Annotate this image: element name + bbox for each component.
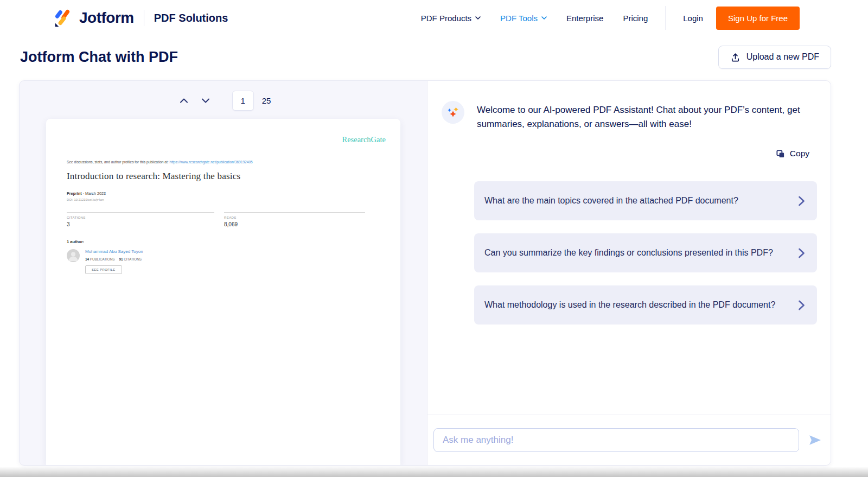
nav-pdf-products[interactable]: PDF Products <box>421 14 481 23</box>
page-title: Jotform Chat with PDF <box>20 49 178 66</box>
author-publications-value: 14 <box>85 257 89 261</box>
sparkles-icon <box>446 106 459 119</box>
nav-pdf-tools[interactable]: PDF Tools <box>500 14 547 23</box>
brand-divider <box>144 10 144 26</box>
ai-assistant-avatar <box>442 101 464 124</box>
chevron-up-icon <box>180 98 188 103</box>
pdf-meta-line: Preprint · March 2023 <box>67 191 383 196</box>
nav-pricing-label: Pricing <box>623 14 648 23</box>
brand[interactable]: Jotform PDF Solutions <box>52 8 228 28</box>
suggested-question-1-text: What are the main topics covered in the … <box>484 196 798 206</box>
copy-icon <box>776 149 785 158</box>
chevron-right-icon <box>798 196 805 206</box>
suggested-question-3-text: What methodology is used in the research… <box>484 300 798 310</box>
chat-messages-area: Welcome to our AI-powered PDF Assistant!… <box>427 81 831 415</box>
pdf-page-preview[interactable]: ResearchGate See discussions, stats, and… <box>46 119 400 465</box>
jotform-logo-icon <box>52 8 73 28</box>
chevron-down-icon <box>201 98 210 103</box>
author-name-link[interactable]: Mohammad Abu Sayed Toyon <box>85 249 143 254</box>
reads-label: READS <box>224 216 365 219</box>
assistant-welcome-message: Welcome to our AI-powered PDF Assistant!… <box>442 101 817 131</box>
researchgate-logo: ResearchGate <box>342 135 386 144</box>
signup-button[interactable]: Sign Up for Free <box>716 7 800 30</box>
chevron-down-icon <box>541 16 547 20</box>
suggested-question-2[interactable]: Can you summarize the key findings or co… <box>474 233 817 272</box>
copy-button[interactable]: Copy <box>776 149 809 158</box>
author-stats: 14 PUBLICATIONS91 CITATIONS <box>85 257 143 261</box>
author-avatar <box>67 249 80 262</box>
author-info: Mohammad Abu Sayed Toyon 14 PUBLICATIONS… <box>85 249 143 274</box>
suggested-questions: What are the main topics covered in the … <box>474 181 817 325</box>
pdf-date: · March 2023 <box>82 191 106 196</box>
pdf-stats: CITATIONS 3 READS 8,069 <box>67 212 383 227</box>
next-page-button[interactable] <box>197 92 214 109</box>
chat-with-pdf-workspace: 25 ResearchGate See discussions, stats, … <box>19 80 831 466</box>
reads-stat: READS 8,069 <box>224 212 365 227</box>
see-profile-button[interactable]: SEE PROFILE <box>85 265 122 274</box>
upload-icon <box>730 52 741 62</box>
nav-pricing[interactable]: Pricing <box>623 14 648 23</box>
copy-button-label: Copy <box>790 149 809 158</box>
citations-stat: CITATIONS 3 <box>67 212 214 227</box>
authors-count-label: 1 author: <box>67 239 383 244</box>
login-link[interactable]: Login <box>683 14 703 23</box>
pdf-see-discussions-line: See discussions, stats, and author profi… <box>67 160 383 164</box>
nav-pdf-tools-label: PDF Tools <box>500 14 538 23</box>
ai-chat-panel: Welcome to our AI-powered PDF Assistant!… <box>427 81 831 465</box>
pdf-page-toolbar: 25 <box>20 90 427 111</box>
author-citations-label: CITATIONS <box>123 257 142 261</box>
pdf-viewer-panel: 25 ResearchGate See discussions, stats, … <box>20 81 427 465</box>
send-paper-plane-icon <box>808 434 822 446</box>
pdf-document-title: Introduction to research: Mastering the … <box>67 171 383 182</box>
main-nav: PDF Products PDF Tools Enterprise Pricin… <box>401 6 800 30</box>
suggested-question-1[interactable]: What are the main topics covered in the … <box>474 181 817 220</box>
welcome-message-text: Welcome to our AI-powered PDF Assistant!… <box>477 101 817 131</box>
pdf-publication-link[interactable]: https://www.researchgate.net/publication… <box>170 160 253 164</box>
nav-divider <box>665 6 666 30</box>
brand-product-name: PDF Solutions <box>154 12 228 24</box>
upload-button-label: Upload a new PDF <box>746 52 819 62</box>
brand-name: Jotform <box>79 9 134 27</box>
previous-page-button[interactable] <box>176 92 192 109</box>
chevron-right-icon <box>798 248 805 258</box>
current-page-input[interactable] <box>232 91 254 111</box>
reads-value: 8,069 <box>224 221 365 227</box>
total-pages-label: 25 <box>262 96 271 105</box>
author-publications-label: PUBLICATIONS <box>89 257 114 261</box>
send-button[interactable] <box>805 430 825 450</box>
pdf-see-text: See discussions, stats, and author profi… <box>67 160 170 164</box>
suggested-question-3[interactable]: What methodology is used in the research… <box>474 285 817 325</box>
bottom-fold-shadow <box>0 467 868 477</box>
nav-enterprise[interactable]: Enterprise <box>566 14 603 23</box>
chat-input[interactable] <box>433 428 799 452</box>
chevron-right-icon <box>798 300 805 310</box>
citations-label: CITATIONS <box>67 216 214 219</box>
top-navigation-bar: Jotform PDF Solutions PDF Products PDF T… <box>0 0 868 36</box>
page-header: Jotform Chat with PDF Upload a new PDF <box>0 44 868 69</box>
pdf-doi: DOI: 10.31219/osf.io/jr4wn <box>67 198 383 201</box>
chat-input-bar <box>427 415 831 465</box>
citations-value: 3 <box>67 221 214 227</box>
suggested-question-2-text: Can you summarize the key findings or co… <box>484 248 798 258</box>
pdf-type-label: Preprint <box>67 191 82 196</box>
copy-row: Copy <box>442 149 817 158</box>
chevron-down-icon <box>475 16 481 20</box>
nav-pdf-products-label: PDF Products <box>421 14 471 23</box>
author-row: Mohammad Abu Sayed Toyon 14 PUBLICATIONS… <box>67 249 383 274</box>
nav-enterprise-label: Enterprise <box>566 14 603 23</box>
upload-new-pdf-button[interactable]: Upload a new PDF <box>718 46 831 69</box>
author-citations-value: 91 <box>119 257 123 261</box>
